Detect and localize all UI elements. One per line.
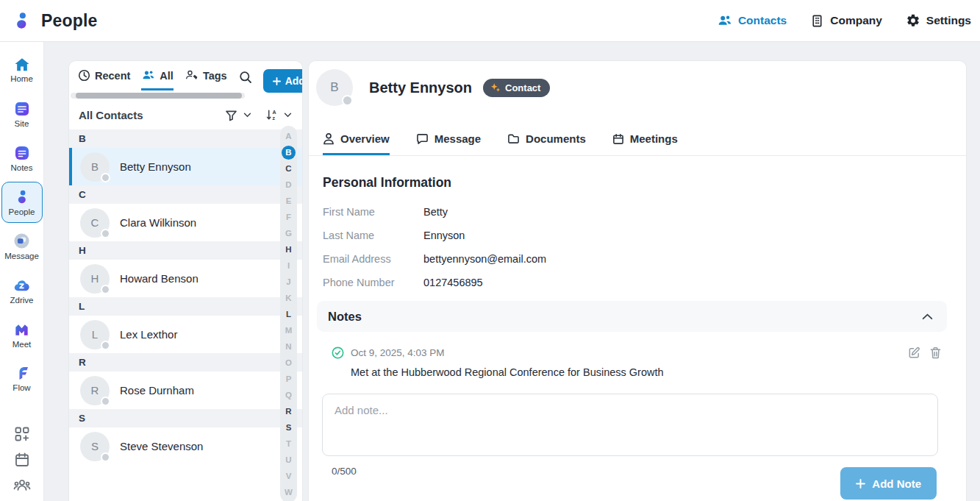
delete-note-icon[interactable] (930, 347, 941, 359)
note-text: Met at the Hubberwood Regional Conferenc… (351, 366, 947, 378)
search-icon[interactable] (238, 69, 252, 84)
alphabet-letter[interactable]: U (280, 452, 297, 468)
rail-item-meet[interactable]: Meet (1, 314, 43, 355)
note-entry: Oct 9, 2025, 4:03 PM Met at the Hubberwo… (317, 347, 947, 378)
status-dot (101, 341, 110, 350)
note-entry-head: Oct 9, 2025, 4:03 PM (332, 347, 947, 359)
add-note-button[interactable]: Add Note (840, 467, 937, 500)
rail-label: People (9, 207, 35, 216)
field-value: 0127456895 (423, 277, 483, 288)
rail-item-zdrive[interactable]: Zdrive (1, 270, 43, 311)
alphabet-letter[interactable]: M (280, 322, 297, 338)
alphabet-letter[interactable]: E (280, 193, 297, 209)
zdrive-icon (13, 277, 30, 294)
add-note-input[interactable] (322, 394, 938, 456)
rail-item-people[interactable]: People (1, 182, 43, 223)
tab-recent[interactable]: Recent (78, 69, 130, 90)
contact-name: Betty Ennyson (120, 160, 191, 173)
alphabet-letter[interactable]: A (280, 128, 297, 144)
tab-meetings[interactable]: Meetings (612, 132, 678, 155)
rail-label: Site (15, 119, 29, 128)
gear-icon (906, 13, 920, 28)
top-header: People Contacts (0, 0, 980, 42)
rail-item-flow[interactable]: Flow (1, 358, 43, 399)
detail-avatar: B (316, 69, 353, 106)
filter-icon (225, 110, 237, 121)
alphabet-letter[interactable]: P (280, 371, 297, 387)
note-timestamp: Oct 9, 2025, 4:03 PM (351, 347, 445, 358)
tab-overview[interactable]: Overview (323, 132, 390, 155)
community-icon[interactable] (13, 477, 31, 492)
tab-documents[interactable]: Documents (507, 132, 586, 155)
alphabet-letter[interactable]: J (280, 274, 297, 290)
alphabet-letter[interactable]: G (280, 225, 297, 241)
alphabet-letter[interactable]: B (282, 146, 296, 160)
topnav-settings[interactable]: Settings (906, 13, 971, 28)
tab-all[interactable]: All (141, 69, 174, 90)
contact-row-betty-ennyson[interactable]: B Betty Ennyson (69, 148, 302, 185)
alphabet-index[interactable]: ABCDEFGHIJKLMNOPQRSTUVW (280, 126, 297, 501)
topnav-contacts[interactable]: Contacts (717, 13, 787, 29)
field-value: bettyennyson@email.com (423, 254, 546, 265)
alphabet-letter[interactable]: C (280, 160, 297, 177)
chevron-down-icon (284, 113, 292, 118)
sort-control[interactable]: A z (265, 109, 292, 121)
alphabet-letter[interactable]: H (280, 241, 297, 257)
add-contact-button[interactable]: Add (263, 69, 303, 93)
alphabet-letter[interactable]: L (280, 306, 297, 322)
rail-label: Zdrive (10, 296, 34, 305)
topnav-settings-label: Settings (926, 14, 971, 27)
alphabet-letter[interactable]: K (280, 290, 297, 306)
alphabet-letter[interactable]: R (280, 403, 297, 419)
alphabet-letter[interactable]: D (280, 177, 297, 193)
rail-item-message[interactable]: Message (1, 226, 43, 267)
filter-control[interactable] (225, 110, 251, 121)
alphabet-letter[interactable]: V (280, 468, 297, 484)
edit-note-icon[interactable] (908, 347, 920, 359)
badge-label: Contact (505, 82, 540, 93)
alphabet-letter[interactable]: W (280, 484, 297, 500)
topnav-company[interactable]: Company (810, 14, 882, 28)
tags-icon (185, 69, 198, 82)
contact-row-steve-stevenson[interactable]: S Steve Stevenson (69, 427, 302, 465)
alphabet-letter[interactable]: S (280, 419, 297, 436)
contact-name: Clara Wilkinson (120, 216, 196, 229)
field-label: Email Address (323, 254, 423, 265)
list-title: All Contacts (79, 109, 143, 121)
rail-item-notes[interactable]: Notes (1, 138, 43, 179)
notes-section-header[interactable]: Notes (317, 301, 947, 332)
avatar-initial: L (92, 328, 98, 341)
calendar-tool-icon[interactable] (14, 452, 30, 468)
scrollbar-thumb[interactable] (76, 93, 242, 99)
alphabet-letter[interactable]: N (280, 338, 297, 355)
contact-name: Lex Lexthor (120, 328, 177, 341)
list-tabs: Recent All (69, 61, 302, 93)
section-header: H (69, 241, 302, 260)
flow-icon (15, 366, 29, 381)
field-value: Ennyson (423, 230, 465, 241)
rail-item-site[interactable]: Site (1, 93, 43, 135)
contact-row-rose-durnham[interactable]: R Rose Durnham (69, 372, 302, 409)
status-dot (101, 452, 110, 462)
section-header: L (69, 297, 302, 316)
contact-type-badge: Contact (483, 79, 550, 97)
top-navigation: Contacts Company Settings (717, 13, 971, 29)
status-dot (101, 229, 110, 238)
contact-row-howard-benson[interactable]: H Howard Benson (69, 260, 302, 297)
alphabet-letter[interactable]: O (280, 355, 297, 371)
alphabet-letter[interactable]: F (280, 209, 297, 225)
alphabet-letter[interactable]: T (280, 436, 297, 452)
alphabet-letter[interactable]: Q (280, 387, 297, 403)
chevron-up-icon[interactable] (922, 313, 933, 320)
rail-item-home[interactable]: Home (1, 49, 43, 90)
section-header: S (69, 409, 302, 427)
contact-row-lex-lexthor[interactable]: L Lex Lexthor (69, 316, 302, 353)
tab-message[interactable]: Message (416, 132, 481, 155)
alphabet-letter[interactable]: I (280, 257, 297, 274)
tab-tags[interactable]: Tags (185, 69, 227, 90)
apps-add-icon[interactable] (14, 426, 30, 442)
horizontal-scrollbar[interactable] (71, 93, 245, 99)
contact-row-clara-wilkinson[interactable]: C Clara Wilkinson (69, 204, 302, 241)
check-circle-icon (332, 347, 344, 359)
rail-label: Flow (12, 383, 30, 392)
